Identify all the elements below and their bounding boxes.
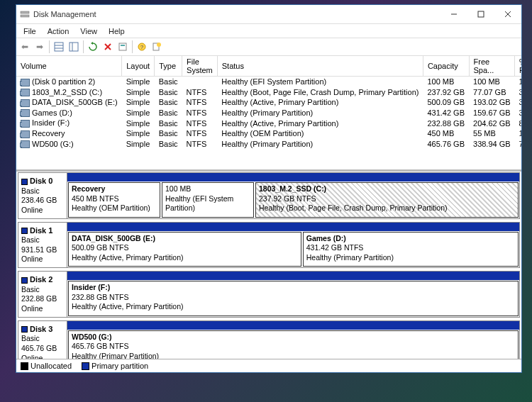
menu-action[interactable]: Action: [42, 26, 75, 37]
titlebar[interactable]: Disk Management: [16, 5, 521, 24]
cell-cap: 100 MB: [423, 77, 469, 87]
properties-icon[interactable]: [116, 40, 130, 54]
cell-name: (Disk 0 partition 2): [16, 77, 122, 87]
primary-swatch: [82, 362, 89, 370]
forward-icon: ➡: [33, 40, 47, 54]
cell-status: Healthy (Primary Partition): [217, 108, 423, 118]
drive-icon: [21, 99, 30, 107]
disk-icon: [21, 179, 28, 185]
column-header[interactable]: Layout: [122, 56, 155, 77]
disk-row: Disk 2Basic232.88 GBOnlineInsider (F:)23…: [18, 271, 520, 318]
cell-layout: Simple: [122, 118, 155, 128]
disk-info[interactable]: Disk 1Basic931.51 GBOnline: [18, 223, 67, 268]
svg-point-19: [157, 43, 161, 47]
partition[interactable]: DATA_DISK_500GB (E:)500.09 GB NTFSHealth…: [68, 232, 301, 267]
cell-layout: Simple: [122, 87, 155, 98]
drive-icon: [21, 140, 30, 148]
close-button[interactable]: [494, 5, 521, 23]
partition[interactable]: Games (D:)431.42 GB NTFSHealthy (Primary…: [303, 232, 519, 267]
cell-fs: NTFS: [182, 87, 218, 98]
partition[interactable]: WD500 (G:)465.76 GB NTFSHealthy (Primary…: [68, 330, 519, 359]
cell-name: Games (D:): [16, 108, 122, 118]
cell-type: Basic: [155, 87, 182, 98]
list-icon[interactable]: [67, 40, 81, 54]
column-header[interactable]: File System: [182, 56, 218, 77]
volume-row[interactable]: 1803_M.2_SSD (C:)SimpleBasicNTFSHealthy …: [16, 87, 521, 98]
table-icon[interactable]: [52, 40, 66, 54]
column-header[interactable]: Capacity: [423, 56, 469, 77]
partition[interactable]: Insider (F:)232.88 GB NTFSHealthy (Activ…: [68, 281, 519, 316]
column-header[interactable]: % Free: [515, 56, 521, 77]
volume-row[interactable]: Games (D:)SimpleBasicNTFSHealthy (Primar…: [16, 108, 521, 118]
partition[interactable]: 100 MBHealthy (EFI System Partition): [162, 182, 254, 218]
minimize-button[interactable]: [440, 5, 467, 23]
legend: Unallocated Primary partition: [16, 359, 521, 372]
disk-row: Disk 1Basic931.51 GBOnlineDATA_DISK_500G…: [18, 222, 520, 269]
cell-cap: 465.76 GB: [423, 139, 469, 150]
cell-name: Recovery: [16, 128, 122, 139]
cell-type: Basic: [155, 108, 182, 118]
menu-file[interactable]: File: [18, 26, 42, 37]
help-icon[interactable]: ?: [135, 40, 149, 54]
column-header[interactable]: Status: [217, 56, 423, 77]
disk-icon: [21, 228, 28, 234]
disk-row: Disk 0Basic238.46 GBOnlineRecovery450 MB…: [18, 172, 520, 219]
refresh-icon[interactable]: [86, 40, 100, 54]
cell-fs: NTFS: [182, 97, 218, 108]
cell-fs: NTFS: [182, 128, 218, 139]
disk-map-pane[interactable]: Disk 0Basic238.46 GBOnlineRecovery450 MB…: [16, 172, 521, 359]
cell-type: Basic: [155, 97, 182, 108]
volume-row[interactable]: (Disk 0 partition 2)SimpleBasicHealthy (…: [16, 77, 521, 87]
column-header[interactable]: Type: [155, 56, 182, 77]
toolbar: ⬅ ➡ ?: [16, 38, 521, 56]
menu-view[interactable]: View: [74, 26, 103, 37]
content-area: VolumeLayoutTypeFile SystemStatusCapacit…: [16, 56, 521, 372]
volume-row[interactable]: RecoverySimpleBasicNTFSHealthy (OEM Part…: [16, 128, 521, 139]
cell-status: Healthy (Active, Primary Partition): [217, 97, 423, 108]
cell-fs: NTFS: [182, 108, 218, 118]
volume-list[interactable]: VolumeLayoutTypeFile SystemStatusCapacit…: [16, 56, 521, 172]
new-icon[interactable]: [150, 40, 164, 54]
cell-pct: 12 %: [515, 128, 521, 139]
cell-cap: 500.09 GB: [423, 97, 469, 108]
svg-marker-11: [91, 42, 93, 45]
maximize-button[interactable]: [467, 5, 494, 23]
disk-row: Disk 3Basic465.76 GBOnlineWD500 (G:)465.…: [18, 320, 520, 359]
cell-cap: 237.92 GB: [423, 87, 469, 98]
cell-layout: Simple: [122, 97, 155, 108]
disk-info[interactable]: Disk 2Basic232.88 GBOnline: [18, 272, 67, 317]
volume-row[interactable]: Insider (F:)SimpleBasicNTFSHealthy (Acti…: [16, 118, 521, 128]
cell-name: Insider (F:): [16, 118, 122, 128]
svg-rect-9: [70, 43, 78, 51]
delete-icon[interactable]: [101, 40, 115, 54]
drive-icon: [21, 130, 30, 138]
separator: [132, 40, 133, 53]
disk-stripe: [67, 272, 519, 280]
svg-rect-6: [55, 43, 63, 51]
cell-free: 77.07 GB: [469, 87, 515, 98]
menu-help[interactable]: Help: [103, 26, 131, 37]
svg-rect-15: [121, 45, 125, 46]
menubar: File Action View Help: [16, 24, 521, 38]
partition[interactable]: 1803_M.2_SSD (C:)237.92 GB NTFSHealthy (…: [255, 182, 519, 218]
partition[interactable]: Recovery450 MB NTFSHealthy (OEM Partitio…: [68, 182, 160, 218]
volume-row[interactable]: DATA_DISK_500GB (E:)SimpleBasicNTFSHealt…: [16, 97, 521, 108]
cell-name: DATA_DISK_500GB (E:): [16, 97, 122, 108]
cell-layout: Simple: [122, 108, 155, 118]
disk-stripe: [67, 173, 519, 182]
cell-status: Healthy (EFI System Partition): [217, 77, 423, 87]
cell-pct: 37 %: [515, 108, 521, 118]
column-header[interactable]: Volume: [16, 56, 122, 77]
column-header[interactable]: Free Spa...: [469, 56, 515, 77]
cell-type: Basic: [155, 139, 182, 150]
disk-icon: [21, 277, 28, 284]
cell-pct: 100 %: [515, 77, 521, 87]
disk-info[interactable]: Disk 3Basic465.76 GBOnline: [18, 321, 67, 359]
cell-type: Basic: [155, 118, 182, 128]
legend-unallocated: Unallocated: [31, 362, 72, 370]
volume-row[interactable]: WD500 (G:)SimpleBasicNTFSHealthy (Primar…: [16, 139, 521, 150]
disk-info[interactable]: Disk 0Basic238.46 GBOnline: [18, 173, 67, 218]
cell-type: Basic: [155, 128, 182, 139]
cell-status: Healthy (Primary Partition): [217, 139, 423, 150]
drive-icon: [21, 79, 30, 86]
